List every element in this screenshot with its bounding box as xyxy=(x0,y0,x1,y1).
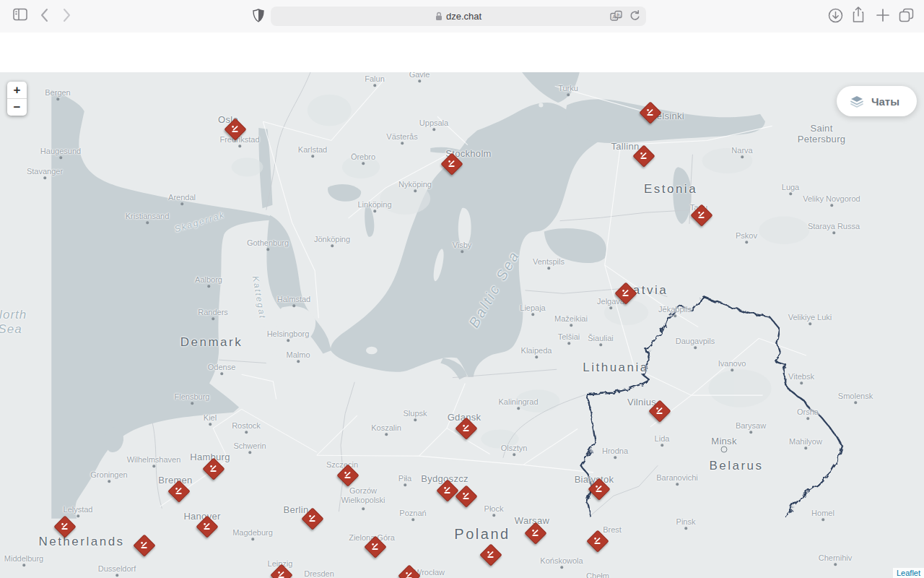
zoom-control: + − xyxy=(7,82,27,116)
chat-marker[interactable] xyxy=(401,568,416,578)
chat-marker[interactable] xyxy=(136,538,151,552)
forward-icon[interactable] xyxy=(63,8,79,24)
lock-icon xyxy=(435,12,443,21)
zoom-out-button[interactable]: − xyxy=(7,99,27,116)
downloads-icon[interactable] xyxy=(828,8,844,24)
share-icon[interactable] xyxy=(852,7,868,22)
chat-marker[interactable] xyxy=(694,207,708,222)
chats-button-label: Чаты xyxy=(871,95,899,108)
belarus-border-line xyxy=(581,297,842,517)
chat-marker[interactable] xyxy=(367,539,382,553)
chat-marker[interactable] xyxy=(227,121,242,136)
chat-marker[interactable] xyxy=(458,488,473,503)
tab-overview-icon[interactable] xyxy=(899,8,915,24)
privacy-shield-icon[interactable] xyxy=(253,9,269,25)
chat-marker[interactable] xyxy=(458,420,473,435)
chat-marker[interactable] xyxy=(652,403,666,418)
chats-button[interactable]: Чаты xyxy=(837,86,917,116)
back-icon[interactable] xyxy=(40,8,56,24)
chat-marker[interactable] xyxy=(440,483,454,497)
layers-icon xyxy=(850,95,864,108)
zoom-in-button[interactable]: + xyxy=(7,82,27,99)
chat-marker[interactable] xyxy=(591,481,606,496)
browser-toolbar: dze.chat あA xyxy=(0,0,924,33)
site-header: dze.chat + Дадаць xyxy=(0,33,924,72)
svg-text:あ: あ xyxy=(616,12,621,18)
chat-marker[interactable] xyxy=(618,285,632,300)
chat-marker[interactable] xyxy=(274,567,288,578)
chat-marker[interactable] xyxy=(642,105,657,119)
chat-marker[interactable] xyxy=(636,148,650,163)
reload-icon[interactable] xyxy=(629,10,640,22)
chat-marker[interactable] xyxy=(171,483,186,498)
url-text: dze.chat xyxy=(446,11,481,22)
map-canvas[interactable]: BergenHaugesundStavangerOsloFredrikstadA… xyxy=(0,72,924,578)
new-tab-icon[interactable] xyxy=(876,8,892,24)
water-shapes xyxy=(51,72,765,519)
chat-marker[interactable] xyxy=(444,156,458,171)
address-bar[interactable]: dze.chat あA xyxy=(271,7,646,26)
svg-text:A: A xyxy=(612,14,616,20)
chat-marker[interactable] xyxy=(57,519,71,533)
leaflet-attribution[interactable]: Leaflet xyxy=(893,568,924,578)
translate-icon[interactable]: あA xyxy=(610,10,622,22)
chat-marker[interactable] xyxy=(206,461,220,475)
chat-marker[interactable] xyxy=(483,547,497,561)
chat-marker[interactable] xyxy=(340,467,354,482)
chat-marker[interactable] xyxy=(528,525,542,540)
chat-marker[interactable] xyxy=(590,533,604,548)
sidebar-toggle-icon[interactable] xyxy=(13,8,29,24)
chat-marker[interactable] xyxy=(199,519,214,533)
chat-marker[interactable] xyxy=(305,511,319,525)
